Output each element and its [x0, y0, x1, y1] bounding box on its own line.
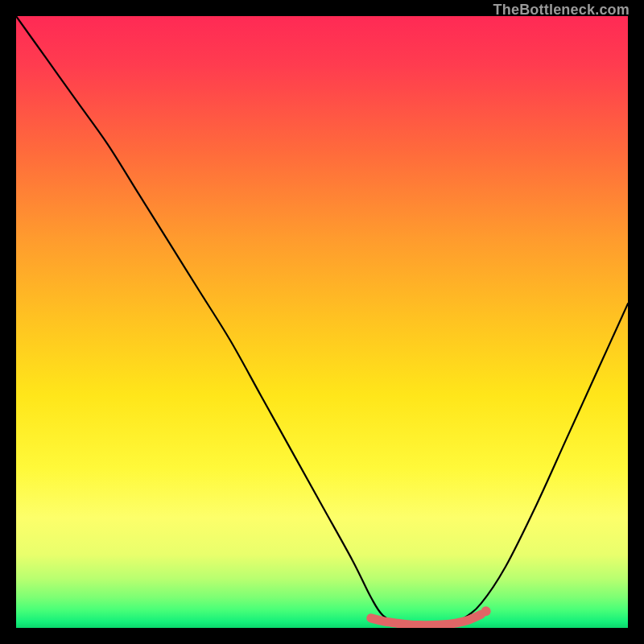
bottleneck-curve [16, 16, 628, 626]
optimal-point-marker [481, 606, 491, 616]
optimal-range-band [371, 614, 481, 625]
bottleneck-chart [16, 16, 628, 628]
watermark-text: TheBottleneck.com [493, 2, 630, 19]
optimal-range-markers [371, 606, 491, 625]
chart-frame: TheBottleneck.com [16, 16, 628, 628]
